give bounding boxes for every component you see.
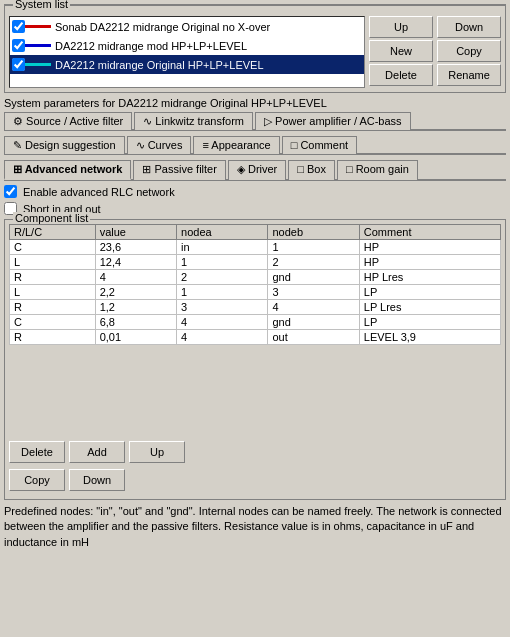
comp-down-button[interactable]: Down	[69, 469, 125, 491]
cell-value: 12,4	[95, 255, 176, 270]
col-comment: Comment	[359, 225, 500, 240]
cell-rlc: R	[10, 270, 96, 285]
table-header-row: R/L/C value nodea nodeb Comment	[10, 225, 501, 240]
design-icon: ✎	[13, 139, 25, 151]
up-button[interactable]: Up	[369, 16, 433, 38]
list-item-checkbox[interactable]	[12, 39, 25, 52]
cell-rlc: L	[10, 255, 96, 270]
component-list-group: Component list R/L/C value nodea nodeb C…	[4, 219, 506, 500]
col-value: value	[95, 225, 176, 240]
comp-delete-button[interactable]: Delete	[9, 441, 65, 463]
delete-button[interactable]: Delete	[369, 64, 433, 86]
cell-nodea: in	[177, 240, 268, 255]
color-line	[25, 63, 51, 66]
enable-rlc-row: Enable advanced RLC network	[4, 185, 506, 198]
table-row[interactable]: L2,213LP	[10, 285, 501, 300]
table-row[interactable]: L12,412HP	[10, 255, 501, 270]
tab-row-1: ⚙ Source / Active filter ∿ Linkwitz tran…	[4, 111, 506, 131]
cell-value: 1,2	[95, 300, 176, 315]
list-item-text: Sonab DA2212 midrange Original no X-over	[55, 21, 270, 33]
cell-nodeb: 2	[268, 255, 359, 270]
tab-power[interactable]: ▷ Power amplifier / AC-bass	[255, 112, 411, 130]
curves-icon: ∿	[136, 139, 148, 151]
cell-nodeb: 4	[268, 300, 359, 315]
tab-curves[interactable]: ∿ Curves	[127, 136, 192, 154]
cell-comment: LEVEL 3,9	[359, 330, 500, 345]
copy-button[interactable]: Copy	[437, 40, 501, 62]
tab-box[interactable]: □ Box	[288, 160, 335, 180]
system-list-buttons-2: Down Copy Rename	[437, 16, 501, 86]
cell-comment: LP Lres	[359, 300, 500, 315]
tab-source[interactable]: ⚙ Source / Active filter	[4, 112, 132, 130]
roomgain-icon: □	[346, 163, 356, 175]
list-item-text: DA2212 midrange mod HP+LP+LEVEL	[55, 40, 247, 52]
power-icon: ▷	[264, 115, 275, 127]
cell-comment: HP	[359, 255, 500, 270]
enable-rlc-label: Enable advanced RLC network	[23, 186, 175, 198]
tab-roomgain[interactable]: □ Room gain	[337, 160, 418, 180]
comp-up-button[interactable]: Up	[129, 441, 185, 463]
cell-rlc: R	[10, 330, 96, 345]
tab-linkwitz[interactable]: ∿ Linkwitz transform	[134, 112, 253, 130]
tab-appearance[interactable]: ≡ Appearance	[193, 136, 279, 154]
cell-nodeb: gnd	[268, 270, 359, 285]
cell-nodea: 2	[177, 270, 268, 285]
cell-nodeb: out	[268, 330, 359, 345]
cell-nodea: 3	[177, 300, 268, 315]
table-row[interactable]: C6,84gndLP	[10, 315, 501, 330]
list-item-text: DA2212 midrange Original HP+LP+LEVEL	[55, 59, 264, 71]
cell-comment: HP	[359, 240, 500, 255]
cell-value: 23,6	[95, 240, 176, 255]
system-list[interactable]: Sonab DA2212 midrange Original no X-over…	[9, 16, 365, 88]
tab-comment[interactable]: □ Comment	[282, 136, 357, 154]
cell-rlc: C	[10, 315, 96, 330]
tab-advanced[interactable]: ⊞ Advanced network	[4, 160, 131, 180]
cell-rlc: C	[10, 240, 96, 255]
tab-design[interactable]: ✎ Design suggestion	[4, 136, 125, 154]
cell-nodeb: gnd	[268, 315, 359, 330]
cell-rlc: R	[10, 300, 96, 315]
tab-passive[interactable]: ⊞ Passive filter	[133, 160, 225, 180]
component-list-label: Component list	[13, 212, 90, 224]
color-line	[25, 25, 51, 28]
component-bottom-buttons: Delete Add Up	[9, 441, 501, 463]
cell-value: 4	[95, 270, 176, 285]
rename-button[interactable]: Rename	[437, 64, 501, 86]
cell-nodea: 4	[177, 330, 268, 345]
advanced-icon: ⊞	[13, 163, 25, 175]
down-button[interactable]: Down	[437, 16, 501, 38]
col-nodeb: nodeb	[268, 225, 359, 240]
comp-copy-button[interactable]: Copy	[9, 469, 65, 491]
cell-comment: HP Lres	[359, 270, 500, 285]
cell-comment: LP	[359, 315, 500, 330]
comp-add-button[interactable]: Add	[69, 441, 125, 463]
color-line	[25, 44, 51, 47]
list-item-checkbox[interactable]	[12, 20, 25, 33]
cell-value: 6,8	[95, 315, 176, 330]
cell-nodea: 1	[177, 285, 268, 300]
box-icon: □	[297, 163, 307, 175]
cell-nodea: 4	[177, 315, 268, 330]
new-button[interactable]: New	[369, 40, 433, 62]
linkwitz-icon: ∿	[143, 115, 155, 127]
enable-rlc-checkbox[interactable]	[4, 185, 17, 198]
component-table: R/L/C value nodea nodeb Comment C23,6in1…	[9, 224, 501, 345]
cell-comment: LP	[359, 285, 500, 300]
system-list-label: System list	[13, 0, 70, 10]
list-item[interactable]: Sonab DA2212 midrange Original no X-over	[10, 17, 364, 36]
tab-row-2: ✎ Design suggestion ∿ Curves ≡ Appearanc…	[4, 135, 506, 155]
cell-nodea: 1	[177, 255, 268, 270]
list-item[interactable]: DA2212 midrange mod HP+LP+LEVEL	[10, 36, 364, 55]
col-nodea: nodea	[177, 225, 268, 240]
tab-driver[interactable]: ◈ Driver	[228, 160, 286, 180]
system-list-buttons: Up New Delete	[369, 16, 433, 86]
table-row[interactable]: R1,234LP Lres	[10, 300, 501, 315]
source-icon: ⚙	[13, 115, 26, 127]
cell-nodeb: 1	[268, 240, 359, 255]
table-row[interactable]: R0,014outLEVEL 3,9	[10, 330, 501, 345]
table-row[interactable]: R42gndHP Lres	[10, 270, 501, 285]
list-item-selected[interactable]: DA2212 midrange Original HP+LP+LEVEL	[10, 55, 364, 74]
list-item-checkbox[interactable]	[12, 58, 25, 71]
table-row[interactable]: C23,6in1HP	[10, 240, 501, 255]
comment-icon: □	[291, 139, 301, 151]
